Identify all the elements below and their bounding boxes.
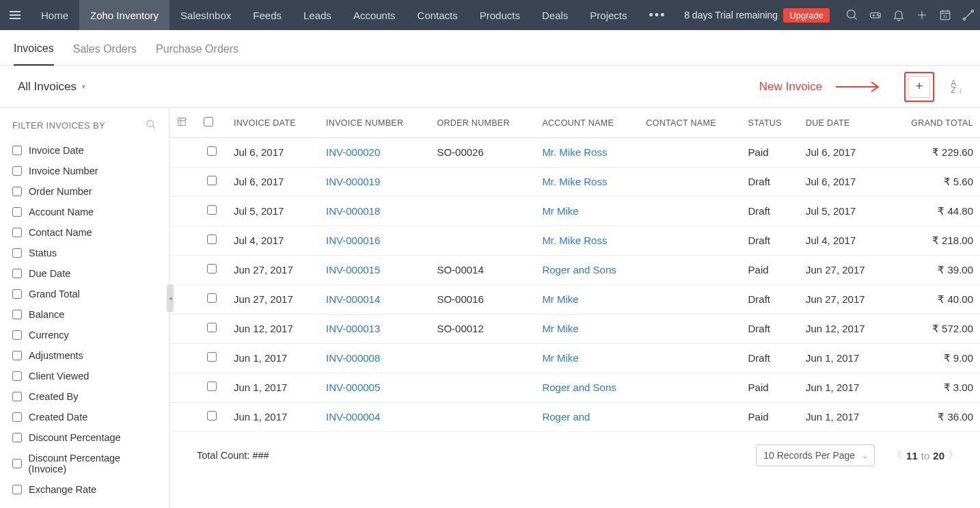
- cell-invoice-number[interactable]: INV-000014: [319, 285, 430, 315]
- gamepad-icon[interactable]: [864, 0, 887, 30]
- cell-account-name[interactable]: Roger and Sons: [535, 256, 639, 285]
- table-row[interactable]: Jul 4, 2017INV-000016Mr. Mike RossDraftJ…: [169, 226, 980, 256]
- cell-invoice-number[interactable]: INV-000015: [319, 256, 430, 285]
- filter-checkbox[interactable]: [12, 289, 22, 299]
- cell-account-name[interactable]: Mr Mike: [535, 285, 639, 315]
- filter-order-number[interactable]: Order Number: [0, 181, 169, 202]
- filter-checkbox[interactable]: [12, 392, 22, 401]
- nav-tab-feeds[interactable]: Feeds: [242, 0, 292, 30]
- cell-invoice-number[interactable]: INV-000020: [319, 138, 430, 168]
- cell-account-name[interactable]: Mr. Mike Ross: [535, 138, 639, 168]
- row-checkbox[interactable]: [207, 352, 217, 362]
- nav-tab-products[interactable]: Products: [469, 0, 531, 30]
- pager-prev[interactable]: 〈: [888, 449, 906, 462]
- row-checkbox[interactable]: [207, 264, 217, 273]
- filter-invoice-date[interactable]: Invoice Date: [0, 140, 169, 161]
- nav-tab-contacts[interactable]: Contacts: [407, 0, 469, 30]
- table-row[interactable]: Jun 1, 2017INV-000005Roger and SonsPaidJ…: [169, 373, 980, 403]
- nav-tab-accounts[interactable]: Accounts: [342, 0, 407, 30]
- row-checkbox[interactable]: [207, 176, 217, 185]
- nav-tab-salesinbox[interactable]: SalesInbox: [169, 0, 242, 30]
- bell-icon[interactable]: [887, 0, 910, 30]
- filter-status[interactable]: Status: [0, 243, 169, 263]
- filter-client-viewed[interactable]: Client Viewed: [0, 366, 169, 386]
- cell-invoice-number[interactable]: INV-000013: [319, 315, 430, 344]
- subtab-purchase-orders[interactable]: Purchase Orders: [156, 35, 239, 65]
- filter-checkbox[interactable]: [12, 310, 22, 319]
- cell-account-name[interactable]: Roger and Sons: [535, 373, 639, 403]
- filter-checkbox[interactable]: [12, 459, 22, 468]
- filter-exchange-rate[interactable]: Exchange Rate: [0, 479, 169, 500]
- row-checkbox[interactable]: [207, 411, 217, 420]
- filter-currency[interactable]: Currency: [0, 325, 169, 345]
- filter-checkbox[interactable]: [12, 248, 22, 258]
- search-icon[interactable]: [841, 0, 864, 30]
- filter-checkbox[interactable]: [12, 371, 22, 381]
- col-invoice-date[interactable]: INVOICE DATE: [227, 108, 319, 138]
- nav-more[interactable]: •••: [638, 8, 677, 23]
- filter-checkbox[interactable]: [12, 269, 22, 278]
- col-order-number[interactable]: ORDER NUMBER: [430, 108, 535, 138]
- filter-discount-percentage-invoice-[interactable]: Discount Percentage (Invoice): [0, 448, 169, 479]
- filter-checkbox[interactable]: [12, 351, 22, 360]
- menu-toggle[interactable]: [0, 0, 30, 30]
- filter-checkbox[interactable]: [12, 187, 22, 196]
- row-checkbox[interactable]: [207, 293, 217, 303]
- filter-checkbox[interactable]: [12, 412, 22, 422]
- filter-checkbox[interactable]: [12, 166, 22, 176]
- nav-tab-projects[interactable]: Projects: [579, 0, 638, 30]
- table-row[interactable]: Jul 5, 2017INV-000018Mr MikeDraftJul 5, …: [169, 197, 980, 226]
- filter-search-icon[interactable]: [146, 119, 156, 132]
- nav-tab-home[interactable]: Home: [30, 0, 79, 30]
- cell-account-name[interactable]: Roger and: [535, 403, 639, 432]
- col-due-date[interactable]: DUE DATE: [799, 108, 888, 138]
- table-row[interactable]: Jun 1, 2017INV-000008Mr MikeDraftJun 1, …: [169, 344, 980, 373]
- col-invoice-number[interactable]: INVOICE NUMBER: [319, 108, 430, 138]
- subtab-sales-orders[interactable]: Sales Orders: [73, 35, 137, 65]
- cell-invoice-number[interactable]: INV-000005: [319, 373, 430, 403]
- col-grand-total[interactable]: GRAND TOTAL: [888, 108, 980, 138]
- filter-checkbox[interactable]: [12, 228, 22, 237]
- col-contact-name[interactable]: CONTACT NAME: [639, 108, 741, 138]
- filter-grand-total[interactable]: Grand Total: [0, 284, 169, 304]
- cell-account-name[interactable]: Mr Mike: [535, 344, 639, 373]
- table-row[interactable]: Jun 1, 2017INV-000004Roger andPaidJun 1,…: [169, 403, 980, 432]
- select-all-checkbox[interactable]: [204, 117, 213, 126]
- table-row[interactable]: Jun 12, 2017INV-000013SO-00012Mr MikeDra…: [169, 315, 980, 344]
- cell-account-name[interactable]: Mr Mike: [535, 315, 639, 344]
- table-row[interactable]: Jul 6, 2017INV-000019Mr. Mike RossDraftJ…: [169, 168, 980, 197]
- cell-invoice-number[interactable]: INV-000019: [319, 168, 430, 197]
- filter-checkbox[interactable]: [12, 485, 22, 494]
- cell-account-name[interactable]: Mr Mike: [535, 197, 639, 226]
- subtab-invoices[interactable]: Invoices: [14, 34, 54, 66]
- filter-adjustments[interactable]: Adjustments: [0, 345, 169, 366]
- table-row[interactable]: Jul 6, 2017INV-000020SO-00026Mr. Mike Ro…: [169, 138, 980, 168]
- filter-checkbox[interactable]: [12, 207, 22, 217]
- cell-account-name[interactable]: Mr. Mike Ross: [535, 226, 639, 256]
- nav-tab-leads[interactable]: Leads: [292, 0, 342, 30]
- new-invoice-button[interactable]: +: [908, 76, 930, 98]
- filter-invoice-number[interactable]: Invoice Number: [0, 161, 169, 181]
- filter-checkbox[interactable]: [12, 433, 22, 442]
- filter-checkbox[interactable]: [12, 146, 22, 155]
- upgrade-button[interactable]: Upgrade: [783, 8, 830, 23]
- sort-icon[interactable]: AZ ↓: [951, 80, 962, 94]
- cell-invoice-number[interactable]: INV-000004: [319, 403, 430, 432]
- pager-next[interactable]: 〉: [944, 449, 962, 462]
- cell-invoice-number[interactable]: INV-000018: [319, 197, 430, 226]
- filter-discount-percentage[interactable]: Discount Percentage: [0, 427, 169, 448]
- sidebar-collapse-handle[interactable]: ◂: [167, 284, 174, 312]
- plus-icon[interactable]: [910, 0, 934, 30]
- filter-checkbox[interactable]: [12, 330, 22, 340]
- cell-account-name[interactable]: Mr. Mike Ross: [535, 168, 639, 197]
- filter-balance[interactable]: Balance: [0, 304, 169, 325]
- page-size-selector[interactable]: 10 Records Per Page ⌄: [756, 444, 875, 466]
- view-selector[interactable]: All Invoices ▾: [18, 80, 85, 94]
- table-row[interactable]: Jun 27, 2017INV-000015SO-00014Roger and …: [169, 256, 980, 285]
- column-settings-icon[interactable]: [176, 120, 187, 129]
- cell-invoice-number[interactable]: INV-000008: [319, 344, 430, 373]
- row-checkbox[interactable]: [207, 205, 217, 215]
- table-row[interactable]: Jun 27, 2017INV-000014SO-00016Mr MikeDra…: [169, 285, 980, 315]
- row-checkbox[interactable]: [207, 382, 217, 391]
- row-checkbox[interactable]: [207, 235, 217, 244]
